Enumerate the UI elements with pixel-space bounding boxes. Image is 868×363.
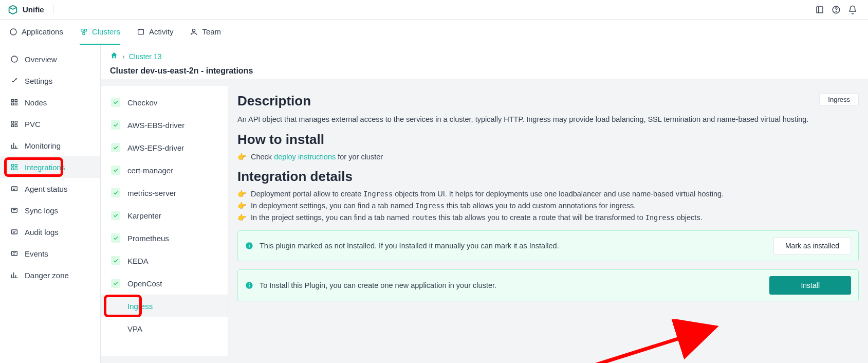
integration-item-metrics-server[interactable]: metrics-server: [101, 182, 228, 204]
tab-activity-label: Activity: [149, 27, 174, 36]
sidebar-item-audit-logs[interactable]: Audit logs: [0, 221, 100, 243]
description-body: An API object that manages external acce…: [237, 114, 859, 124]
bullet-text: this tab allows you to create a route th…: [437, 213, 645, 222]
sidebar-item-nodes[interactable]: Nodes: [0, 92, 100, 113]
sidebar-item-overview[interactable]: Overview: [0, 48, 100, 70]
integration-item-checkov[interactable]: Checkov: [101, 91, 228, 114]
svg-rect-14: [12, 121, 14, 123]
deploy-instructions-link[interactable]: deploy instructions: [274, 153, 336, 161]
breadcrumb-link[interactable]: Cluster 13: [129, 52, 162, 61]
svg-rect-7: [138, 29, 144, 34]
svg-rect-12: [12, 103, 14, 105]
mark-as-installed-button[interactable]: Mark as installed: [773, 237, 851, 255]
tab-clusters[interactable]: Clusters: [80, 20, 120, 44]
pointing-right-icon: 👉: [237, 190, 247, 198]
sidebar-item-label: Monitoring: [25, 141, 61, 150]
integration-item-aws-efs-driver[interactable]: AWS-EFS-driver: [101, 136, 228, 159]
tab-activity[interactable]: Activity: [137, 20, 174, 44]
integration-item-prometheus[interactable]: Prometheus: [101, 227, 228, 249]
integration-item-label: OpenCost: [127, 279, 162, 288]
breadcrumb: › Cluster 13: [110, 51, 859, 61]
tab-applications-label: Applications: [22, 27, 63, 36]
svg-rect-16: [12, 124, 14, 126]
page-title: Cluster dev-us-east-2n - integrations: [110, 66, 859, 76]
integration-item-vpa[interactable]: VPA: [101, 317, 228, 340]
sidebar-item-label: Settings: [25, 77, 52, 85]
integration-item-ingress[interactable]: Ingress: [101, 295, 228, 317]
svg-rect-18: [12, 165, 14, 167]
integration-item-label: Prometheus: [127, 234, 169, 243]
svg-rect-23: [12, 208, 17, 212]
bullet-text: In the project settings, you can find a …: [251, 213, 412, 222]
svg-rect-17: [15, 124, 17, 126]
sidebar-item-settings[interactable]: Settings: [0, 70, 100, 92]
sidebar-item-label: Overview: [25, 55, 57, 64]
bullet-text: this tab allows you to add custom annota…: [445, 202, 636, 210]
detail-bullet: 👉 In the project settings, you can find …: [237, 213, 859, 222]
how-prefix: Check: [251, 153, 274, 161]
svg-point-9: [11, 56, 17, 62]
svg-rect-22: [12, 187, 17, 191]
sidebar-item-agent-status[interactable]: Agent status: [0, 178, 100, 199]
home-icon[interactable]: [110, 51, 118, 61]
pointing-right-icon: 👉: [237, 202, 247, 210]
detail-badge: Ingress: [819, 93, 859, 106]
sidebar-item-monitoring[interactable]: Monitoring: [0, 135, 100, 156]
check-icon: [111, 98, 120, 107]
bullet-text: In deployment settings, you can find a t…: [251, 202, 415, 210]
svg-point-3: [10, 29, 16, 35]
top-bar: Unifie: [0, 0, 868, 20]
sidebar-item-label: Audit logs: [25, 228, 59, 237]
integration-item-cert-manager[interactable]: cert-manager: [101, 159, 228, 182]
sidebar-item-label: Sync logs: [25, 206, 58, 215]
integration-item-opencost[interactable]: OpenCost: [101, 272, 228, 295]
panel-icon[interactable]: [811, 2, 828, 18]
svg-rect-5: [84, 29, 86, 31]
integration-details-heading: Integration details: [237, 169, 859, 185]
integration-item-aws-ebs-driver[interactable]: AWS-EBS-driver: [101, 114, 228, 136]
bullet-code: Ingress: [363, 190, 393, 198]
tab-team[interactable]: Team: [190, 20, 221, 44]
how-line: 👉 Check deploy instructions for yor clus…: [237, 153, 859, 161]
alert-not-installed: This plugin marked as not Installed. If …: [237, 230, 859, 261]
sidebar-item-label: Danger zone: [25, 271, 69, 280]
svg-rect-20: [12, 168, 14, 170]
how-suffix: for yor cluster: [338, 153, 383, 161]
tab-applications[interactable]: Applications: [9, 20, 63, 44]
sidebar-item-pvc[interactable]: PVC: [0, 113, 100, 135]
integration-item-label: AWS-EBS-driver: [127, 121, 184, 130]
check-icon: [111, 166, 120, 175]
how-to-install-heading: How to install: [237, 132, 859, 148]
check-icon: [111, 211, 120, 220]
integration-item-karpenter[interactable]: Karpenter: [101, 204, 228, 227]
sidebar-item-sync-logs[interactable]: Sync logs: [0, 199, 100, 221]
check-icon: [111, 143, 120, 152]
integration-item-label: metrics-server: [127, 189, 176, 197]
info-icon: [245, 281, 253, 289]
help-icon[interactable]: [828, 2, 844, 18]
bullet-text: objects from UI. It helps for deployment…: [393, 190, 724, 198]
svg-rect-19: [15, 165, 17, 167]
check-icon: [111, 256, 120, 265]
sidebar-item-integrations[interactable]: Integrations: [0, 156, 100, 178]
cluster-sidebar: Overview Settings Nodes PVC Monitoring I…: [0, 44, 101, 363]
sidebar-item-danger-zone[interactable]: Danger zone: [0, 264, 100, 286]
install-button[interactable]: Install: [769, 276, 851, 295]
alert-message: This plugin marked as not Installed. If …: [260, 242, 767, 250]
logo-block: Unifie: [7, 4, 59, 15]
bell-icon[interactable]: [844, 2, 861, 18]
integration-detail: Ingress Description An API object that m…: [228, 79, 868, 363]
bullet-code: routes: [412, 213, 437, 222]
sidebar-item-label: Integrations: [25, 163, 65, 172]
integration-item-label: AWS-EFS-driver: [127, 143, 184, 152]
check-icon: [111, 279, 120, 288]
alert-message: To Install this Plugin, you can create o…: [260, 281, 763, 289]
sidebar-item-label: Nodes: [25, 98, 47, 107]
svg-rect-13: [15, 103, 17, 105]
integration-item-keda[interactable]: KEDA: [101, 249, 228, 272]
svg-rect-28: [249, 244, 249, 244]
sidebar-item-events[interactable]: Events: [0, 243, 100, 264]
svg-rect-25: [12, 251, 17, 256]
svg-rect-31: [249, 283, 249, 284]
svg-rect-6: [83, 32, 85, 34]
